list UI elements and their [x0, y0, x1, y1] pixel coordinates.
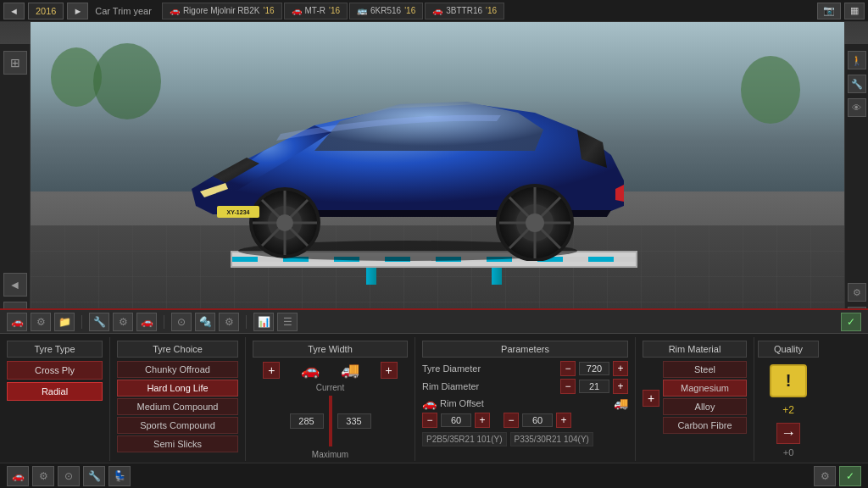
car-svg: XY-1234 — [145, 58, 670, 261]
rim-offset-values-row: − 60 + − 60 + — [422, 413, 628, 428]
tab-car-4[interactable]: 🚗 3BTTR16 '16 — [425, 3, 504, 19]
icon-list-btn[interactable]: ☰ — [277, 313, 298, 331]
right-config-icon[interactable]: ⚙ — [848, 283, 866, 302]
choice-sports-compound[interactable]: Sports Compound — [117, 417, 238, 434]
quality-header: Quality — [758, 341, 819, 358]
bottom-engine-icon[interactable]: ⚙ — [32, 466, 54, 486]
rim-offset-front-add[interactable]: + — [475, 413, 490, 428]
icon-confirm-btn[interactable]: ✓ — [841, 313, 861, 331]
bottom-wheel-icon[interactable]: ⊙ — [58, 466, 80, 486]
sidebar-grid-btn[interactable]: ⊞ — [3, 51, 27, 75]
sidebar-back-btn[interactable]: ◄ — [3, 273, 27, 297]
quality-badge: ! — [770, 364, 807, 397]
choice-chunky-offroad[interactable]: Chunky Offroad — [117, 361, 238, 378]
icon-separator-3 — [246, 315, 247, 329]
choice-hard-long-life[interactable]: Hard Long Life — [117, 380, 238, 396]
left-sidebar: ⊞ ◄ ◄ — [0, 44, 31, 310]
main-view: XY-1234 ⊞ ◄ ◄ 🚶 🔧 👁 ⚙ ? — [0, 22, 868, 310]
bottom-icon-bar: 🚗 ⚙ 📁 🔧 ⚙ 🚗 ⊙ 🔩 ⚙ 📊 ☰ ✓ — [0, 310, 868, 334]
car-container: XY-1234 — [145, 58, 670, 261]
bottom-confirm-icon[interactable]: ✓ — [839, 466, 861, 486]
tab-car-2-year: '16 — [329, 6, 340, 15]
camera-btn[interactable]: 📷 — [817, 3, 841, 19]
tab-car-3-year: '16 — [404, 6, 415, 15]
controls-area: Tyre Type Cross Ply Radial Tyre Choice C… — [0, 334, 868, 464]
rim-offset-row: 🚗 Rim Offset 🚚 — [422, 396, 628, 410]
tab-car-3[interactable]: 🚌 6KR516 '16 — [349, 3, 423, 19]
width-add-right-top[interactable]: + — [381, 362, 398, 379]
spec-front-text: P2B5/35R21 101(Y) — [422, 432, 507, 446]
current-front-value: 285 — [290, 413, 324, 429]
choice-medium-compound[interactable]: Medium Compound — [117, 398, 238, 415]
quality-section: Quality ! +2 → +0 — [754, 337, 822, 461]
bottom-car-icon[interactable]: 🚗 — [7, 466, 29, 486]
icon-gear-btn[interactable]: ⚙ — [31, 313, 51, 331]
tyre-diameter-value: 720 — [579, 362, 609, 375]
spec-rear-text: P335/30R21 104(Y) — [510, 432, 593, 446]
width-add-left-top[interactable]: + — [263, 362, 280, 379]
next-year-btn[interactable]: ► — [67, 3, 88, 19]
icon-parts-btn[interactable]: 🔩 — [195, 313, 215, 331]
maximum-label: Maximum — [312, 450, 348, 459]
right-view-icon[interactable]: 👁 — [848, 98, 866, 117]
tab-car-4-name: 3BTTR16 — [446, 6, 482, 15]
tyre-icon-right: 🚚 — [341, 361, 359, 380]
bottom-panel: 🚗 ⚙ 📁 🔧 ⚙ 🚗 ⊙ 🔩 ⚙ 📊 ☰ ✓ Tyre Type Cross … — [0, 308, 868, 488]
rim-offset-rear-sub[interactable]: − — [504, 413, 519, 428]
tyre-diameter-sub-btn[interactable]: − — [560, 361, 576, 376]
tyre-radial-btn[interactable]: Radial — [7, 382, 103, 401]
grid-btn[interactable]: ▦ — [844, 3, 865, 19]
bottom-body-icon[interactable]: 🔧 — [83, 466, 105, 486]
tab-car-1-name: Rigore Mjolnir RB2K — [183, 6, 260, 15]
tab-car-3-name: 6KR516 — [370, 6, 401, 15]
tyre-width-header: Tyre Width — [253, 341, 408, 358]
icon-separator-2 — [164, 315, 164, 329]
svg-point-8 — [276, 214, 293, 231]
prev-year-btn[interactable]: ◄ — [3, 3, 25, 19]
tab-car-1-icon: 🚗 — [170, 6, 180, 15]
icon-car-btn[interactable]: 🚗 — [7, 313, 27, 331]
tab-car-2-icon: 🚗 — [292, 6, 302, 15]
tab-car-2[interactable]: 🚗 MT-R '16 — [284, 3, 348, 19]
rim-steel-btn[interactable]: Steel — [663, 361, 747, 378]
tree-3 — [741, 56, 800, 124]
current-label: Current — [316, 383, 344, 392]
parameters-section: Parameters Tyre Diameter − 720 + Rim Dia… — [415, 337, 636, 461]
icon-chart-btn[interactable]: 📊 — [253, 313, 274, 331]
icon-settings-btn[interactable]: ⚙ — [113, 313, 133, 331]
rim-alloy-btn[interactable]: Alloy — [663, 398, 747, 415]
tyre-cross-ply-btn[interactable]: Cross Ply — [7, 361, 103, 380]
quality-value: +2 — [782, 404, 794, 416]
icon-tire-btn[interactable]: ⊙ — [171, 313, 192, 331]
rim-diameter-add-btn[interactable]: + — [613, 379, 628, 394]
rim-carbon-btn[interactable]: Carbon Fibre — [663, 417, 747, 434]
rim-diameter-value: 21 — [579, 380, 609, 393]
red-bar-separator — [329, 396, 332, 446]
quality-arrow-btn[interactable]: → — [776, 423, 800, 444]
rim-offset-front-sub[interactable]: − — [422, 413, 437, 428]
bottom-settings-icon[interactable]: ⚙ — [814, 466, 836, 486]
car-tabs: 🚗 Rigore Mjolnir RB2K '16 🚗 MT-R '16 🚌 6… — [162, 3, 504, 19]
rim-diameter-label: Rim Diameter — [422, 381, 557, 391]
rim-add-btn[interactable]: + — [643, 390, 659, 407]
tyre-diameter-add-btn[interactable]: + — [613, 361, 628, 376]
tyre-diameter-row: Tyre Diameter − 720 + — [422, 361, 628, 376]
right-tool-icon[interactable]: 🔧 — [848, 75, 866, 93]
right-walk-icon[interactable]: 🚶 — [848, 51, 866, 69]
icon-engine-btn[interactable]: ⚙ — [219, 313, 239, 331]
tab-car-1[interactable]: 🚗 Rigore Mjolnir RB2K '16 — [162, 3, 282, 19]
icon-folder-btn[interactable]: 📁 — [54, 313, 75, 331]
rim-magnesium-btn[interactable]: Magnesium — [663, 380, 747, 396]
icon-car2-btn[interactable]: 🚗 — [136, 313, 157, 331]
rim-diameter-row: Rim Diameter − 21 + — [422, 379, 628, 394]
icon-wrench-btn[interactable]: 🔧 — [89, 313, 109, 331]
right-sidebar: 🚶 🔧 👁 ⚙ ? — [844, 44, 868, 310]
choice-semi-slicks[interactable]: Semi Slicks — [117, 435, 238, 452]
bottom-interior-icon[interactable]: 💺 — [108, 466, 131, 486]
svg-text:XY-1234: XY-1234 — [227, 209, 250, 215]
icon-separator-1 — [81, 315, 82, 329]
rim-diameter-sub-btn[interactable]: − — [560, 379, 576, 394]
svg-point-16 — [526, 214, 544, 232]
rim-controls: + Steel Magnesium Alloy Carbon Fibre — [643, 361, 747, 435]
rim-offset-rear-add[interactable]: + — [556, 413, 571, 428]
